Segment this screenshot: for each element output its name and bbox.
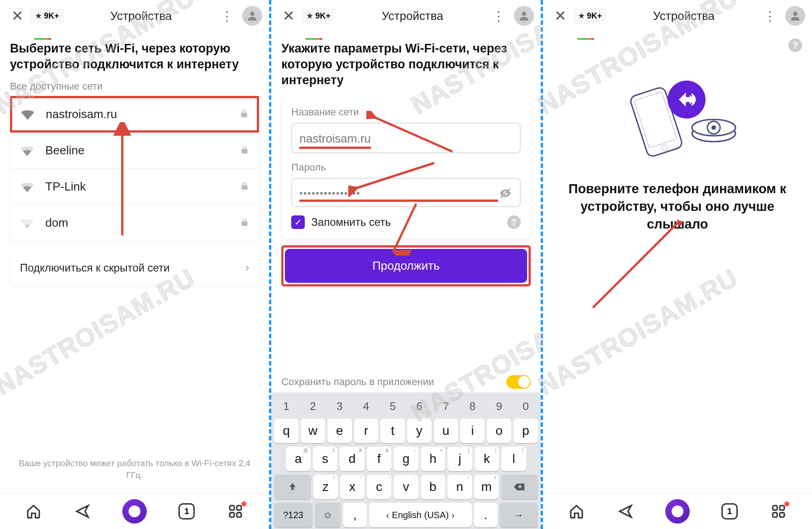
key-shift[interactable] xyxy=(274,475,311,499)
key-enter[interactable]: → xyxy=(500,503,538,527)
key-6[interactable]: 6 xyxy=(407,398,432,415)
key-4[interactable]: 4 xyxy=(354,398,379,415)
eye-off-icon[interactable] xyxy=(498,187,513,203)
rating-badge[interactable]: ★ 9K+ xyxy=(302,8,335,24)
rating-badge[interactable]: ★ 9K+ xyxy=(30,8,64,24)
key-symbols[interactable]: ?123 xyxy=(274,503,312,527)
network-value: nastroisam.ru xyxy=(299,132,371,149)
key-o[interactable]: o xyxy=(487,419,511,443)
key-e[interactable]: e xyxy=(327,419,352,443)
svg-point-19 xyxy=(711,125,716,130)
wifi-item[interactable]: Beeline xyxy=(10,133,259,169)
screen-wifi-select: ✕ ★ 9K+ Устройства ⋮ Выберите сеть Wi-Fi… xyxy=(0,0,271,529)
key-9[interactable]: 9 xyxy=(487,398,511,415)
key-backspace[interactable] xyxy=(501,475,538,499)
key-t[interactable]: t xyxy=(380,419,405,443)
menu-dots-icon[interactable]: ⋮ xyxy=(211,9,242,24)
tabs-button[interactable]: 1 xyxy=(721,502,739,520)
hidden-network-text: Подключиться к скрытой сети xyxy=(20,262,245,274)
wifi-icon xyxy=(20,145,34,156)
key-j[interactable]: j( xyxy=(447,447,472,471)
rating-badge[interactable]: ★ 9K+ xyxy=(573,8,607,24)
key-s[interactable]: s# xyxy=(313,447,337,471)
key-emoji[interactable]: ☺ xyxy=(315,503,341,527)
key-0[interactable]: 0 xyxy=(514,398,538,415)
wifi-list: nastroisam.ru Beeline TP-Link xyxy=(10,96,259,241)
key-8[interactable]: 8 xyxy=(460,398,485,415)
key-l[interactable]: l/ xyxy=(501,447,526,471)
svg-rect-22 xyxy=(780,505,784,510)
key-x[interactable]: x" xyxy=(340,475,365,499)
home-icon[interactable] xyxy=(567,502,586,520)
close-icon[interactable]: ✕ xyxy=(550,7,573,24)
home-icon[interactable] xyxy=(24,502,43,520)
help-icon[interactable]: ? xyxy=(788,38,802,52)
key-r[interactable]: r xyxy=(354,419,379,443)
avatar[interactable] xyxy=(785,6,805,26)
remember-row: ✓ Запомнить сеть ? xyxy=(291,215,520,229)
star-icon: ★ xyxy=(35,11,42,21)
key-f[interactable]: f& xyxy=(367,447,391,471)
apps-icon[interactable] xyxy=(769,502,788,520)
alice-button[interactable] xyxy=(122,499,147,524)
avatar[interactable] xyxy=(514,6,534,26)
key-2[interactable]: 2 xyxy=(301,398,325,415)
key-n[interactable]: n! xyxy=(447,475,472,499)
send-icon[interactable] xyxy=(616,502,634,520)
menu-dots-icon[interactable]: ⋮ xyxy=(754,9,785,24)
svg-rect-5 xyxy=(237,512,241,517)
heading: Укажите параметры Wi-Fi-сети, через кото… xyxy=(281,41,530,88)
svg-rect-23 xyxy=(773,512,777,517)
kb-row3: z* x" c' v: b; n! m? xyxy=(273,473,538,501)
key-w[interactable]: w xyxy=(301,419,325,443)
key-u[interactable]: u xyxy=(434,419,458,443)
wifi-item-selected[interactable]: nastroisam.ru xyxy=(10,96,259,133)
key-p[interactable]: p xyxy=(514,419,538,443)
key-c[interactable]: c' xyxy=(367,475,391,499)
key-b[interactable]: b; xyxy=(421,475,445,499)
key-7[interactable]: 7 xyxy=(434,398,458,415)
key-z[interactable]: z* xyxy=(313,475,338,499)
svg-point-11 xyxy=(793,12,797,16)
topbar: ✕ ★ 9K+ Устройства ⋮ xyxy=(0,0,269,32)
password-label: Пароль xyxy=(291,162,520,173)
svg-line-20 xyxy=(593,222,679,308)
key-m[interactable]: m? xyxy=(474,475,499,499)
key-1[interactable]: 1 xyxy=(274,398,298,415)
wifi-item[interactable]: TP-Link xyxy=(10,169,259,205)
key-v[interactable]: v: xyxy=(394,475,418,499)
save-password-toggle[interactable] xyxy=(506,375,531,389)
remember-checkbox[interactable]: ✓ xyxy=(291,215,305,229)
tabs-button[interactable]: 1 xyxy=(178,502,196,520)
key-y[interactable]: y xyxy=(407,419,432,443)
key-q[interactable]: q xyxy=(274,419,298,443)
wifi-item[interactable]: dom xyxy=(10,205,259,241)
password-input[interactable]: ••••••••••••••• xyxy=(291,178,520,207)
help-icon[interactable]: ? xyxy=(507,215,521,229)
key-5[interactable]: 5 xyxy=(380,398,405,415)
key-a[interactable]: a@ xyxy=(286,447,310,471)
wifi-name: dom xyxy=(45,216,240,230)
key-i[interactable]: i xyxy=(460,419,485,443)
continue-button[interactable]: Продолжить xyxy=(285,249,527,283)
kb-row4: ?123 ☺ , ‹English (USA)› . → xyxy=(273,501,538,529)
key-comma[interactable]: , xyxy=(343,503,367,527)
hidden-network-button[interactable]: Подключиться к скрытой сети › xyxy=(10,250,259,286)
key-dot[interactable]: . xyxy=(474,503,498,527)
footer-note: Ваше устройство может работать только в … xyxy=(0,458,269,481)
key-h[interactable]: h+ xyxy=(421,447,445,471)
close-icon[interactable]: ✕ xyxy=(7,7,30,24)
key-g[interactable]: g- xyxy=(394,447,418,471)
apps-icon[interactable] xyxy=(226,502,245,520)
avatar[interactable] xyxy=(242,6,262,26)
key-k[interactable]: k) xyxy=(475,447,499,471)
key-space[interactable]: ‹English (USA)› xyxy=(369,503,472,527)
network-input[interactable]: nastroisam.ru xyxy=(291,123,520,153)
key-3[interactable]: 3 xyxy=(327,398,352,415)
send-icon[interactable] xyxy=(73,502,91,520)
topbar: ✕ ★ 9K+ Устройства ⋮ xyxy=(543,0,812,32)
close-icon[interactable]: ✕ xyxy=(278,7,302,24)
menu-dots-icon[interactable]: ⋮ xyxy=(483,9,514,24)
key-d[interactable]: d₽ xyxy=(340,447,364,471)
alice-button[interactable] xyxy=(665,499,690,524)
